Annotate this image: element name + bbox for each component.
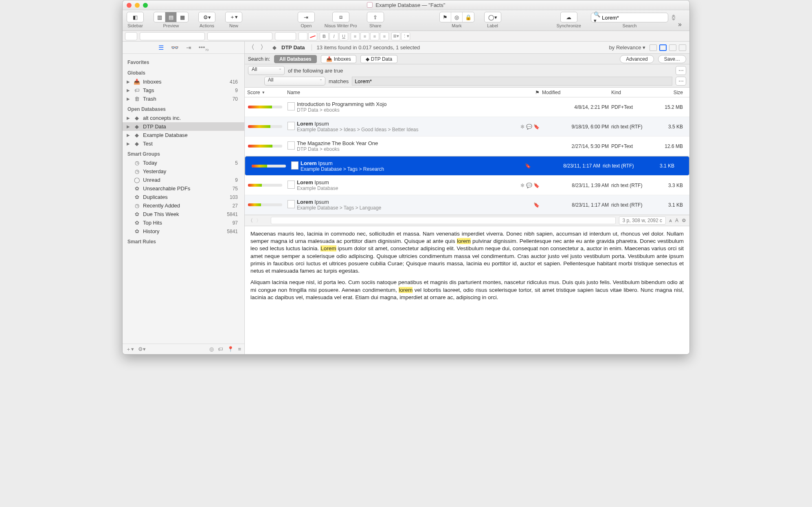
scope-all-databases[interactable]: All Databases xyxy=(274,55,317,63)
align-center-button[interactable]: ≡ xyxy=(360,32,369,40)
sidebar-item[interactable]: ▶ 🏷 Tags 9 xyxy=(123,86,244,95)
new-menu-button[interactable]: ＋▾ xyxy=(225,12,242,22)
sidebar-item[interactable]: ◷ Today 5 xyxy=(123,159,244,167)
sidebar-tab-navigate[interactable]: ☰ xyxy=(158,44,164,51)
list-style-button[interactable]: ⋮▾ xyxy=(401,32,410,40)
scope-dtp-data[interactable]: ◆DTP Data xyxy=(360,55,397,63)
location-label[interactable]: DTP Data xyxy=(281,44,305,51)
result-row[interactable]: Lorem Ipsum Example Database ✻ 💬 🔖 8/23/… xyxy=(245,176,689,195)
paragraph-style-select[interactable] xyxy=(125,32,137,40)
preview-none-button[interactable]: ▥ xyxy=(154,12,165,22)
disclosure-icon[interactable]: ▶ xyxy=(127,79,131,84)
text-larger-button[interactable]: A xyxy=(675,218,678,223)
sidebar-item[interactable]: ▶ ◆ Example Database xyxy=(123,131,244,139)
align-justify-button[interactable]: ≡ xyxy=(380,32,389,40)
col-modified[interactable]: Modified xyxy=(542,90,611,95)
advanced-button[interactable]: Advanced xyxy=(620,55,654,63)
col-size[interactable]: Size xyxy=(658,90,689,95)
preview-pane[interactable]: Maecenas mauris leo, lacinia in commodo … xyxy=(245,226,689,354)
view-icons-button[interactable] xyxy=(650,44,657,51)
underline-button[interactable]: U xyxy=(339,32,348,40)
result-row[interactable]: Lorem Ipsum Example Database > Tags > Re… xyxy=(245,156,689,176)
col-kind[interactable]: Kind xyxy=(611,90,658,95)
sidebar-item[interactable]: ✿ Unsearchable PDFs 75 xyxy=(123,184,244,193)
results-list[interactable]: Introduction to Programming with Xojo DT… xyxy=(245,97,689,215)
sidebar-item[interactable]: ▶ 🗑 Trash 70 xyxy=(123,95,244,103)
preview-path-field[interactable] xyxy=(271,217,616,224)
preview-standard-button[interactable]: ▤ xyxy=(165,12,177,22)
font-size-select[interactable] xyxy=(275,32,296,40)
toolbar-overflow-button[interactable]: » xyxy=(678,21,685,28)
sidebar-item[interactable]: ◷ Yesterday xyxy=(123,167,244,176)
sidebar-add-button[interactable]: ＋▾ xyxy=(126,346,134,353)
sidebar-tab-extras[interactable]: •••70 xyxy=(199,44,209,52)
col-name[interactable]: Name xyxy=(285,90,532,95)
align-right-button[interactable]: ≡ xyxy=(370,32,379,40)
col-score[interactable]: Score ▼ xyxy=(245,90,285,95)
preview-back-button[interactable]: 〈 xyxy=(248,217,253,224)
result-row[interactable]: The Magazine The Book Year One DTP Data … xyxy=(245,137,689,156)
disclosure-icon[interactable]: ▶ xyxy=(127,116,131,120)
sidebar-item[interactable]: ◯ Unread 9 xyxy=(123,176,244,184)
sidebar-toggle-button[interactable]: ◧ xyxy=(127,12,144,22)
preview-forward-button[interactable]: 〉 xyxy=(256,217,261,224)
font-family-select[interactable] xyxy=(140,32,205,40)
sidebar-filter-pin-icon[interactable]: 📍 xyxy=(227,346,234,352)
toolbar-search-field[interactable]: 🔍▾ ✕ xyxy=(591,13,668,22)
disclosure-icon[interactable]: ▶ xyxy=(127,88,131,93)
col-flag[interactable]: ⚑ xyxy=(532,90,542,95)
align-left-button[interactable]: ≡ xyxy=(351,32,360,40)
clear-search-button[interactable]: ✕ xyxy=(672,15,675,20)
preview-settings-button[interactable]: ⚙ xyxy=(682,218,686,223)
criteria-options-button[interactable]: ⋯ xyxy=(676,66,686,75)
toolbar-search-input[interactable] xyxy=(602,15,670,21)
sidebar-filter-target-icon[interactable]: ◎ xyxy=(209,346,214,352)
nav-back-button[interactable]: 〈 xyxy=(248,43,255,52)
criteria-field-select[interactable]: All xyxy=(264,77,325,86)
disclosure-icon[interactable]: ▶ xyxy=(127,97,131,101)
sidebar-item[interactable]: ◷ Recently Added 27 xyxy=(123,201,244,210)
disclosure-icon[interactable]: ▶ xyxy=(127,133,131,137)
sidebar-tab-import[interactable]: ⇥ xyxy=(186,44,191,51)
sidebar-action-button[interactable]: ⚙︎▾ xyxy=(138,346,146,352)
sidebar-filter-menu[interactable]: ≡ xyxy=(238,346,241,352)
sidebar-item[interactable]: ✿ Duplicates 103 xyxy=(123,193,244,201)
bold-button[interactable]: B xyxy=(320,32,329,40)
save-search-button[interactable]: Save… xyxy=(658,55,686,63)
sidebar-item[interactable]: ▶ ◆ DTP Data xyxy=(123,122,244,131)
view-cover-button[interactable] xyxy=(679,44,686,51)
highlight-color-button[interactable] xyxy=(308,32,317,40)
sidebar-filter-tag-icon[interactable]: 🏷 xyxy=(218,346,223,352)
flag-button[interactable]: ⚑ xyxy=(440,12,451,22)
sidebar-item[interactable]: ✿ Due This Week 5841 xyxy=(123,210,244,218)
italic-button[interactable]: I xyxy=(329,32,338,40)
font-style-select[interactable] xyxy=(207,32,272,40)
unread-button[interactable]: ◎ xyxy=(451,12,463,22)
text-smaller-button[interactable]: ᴀ xyxy=(669,218,672,223)
result-row[interactable]: Lorem Ipsum Example Database > Ideas > G… xyxy=(245,117,689,137)
open-button[interactable]: ⇥ xyxy=(298,12,315,22)
share-button[interactable]: ⇧ xyxy=(367,12,384,22)
criteria-scope-select[interactable]: All xyxy=(248,66,285,75)
preview-wide-button[interactable]: ▦ xyxy=(177,12,188,22)
sidebar-item[interactable]: ▶ ◆ alt concepts inc. xyxy=(123,114,244,122)
nav-forward-button[interactable]: 〉 xyxy=(260,43,268,52)
scope-inboxes[interactable]: 📥Inboxes xyxy=(321,55,356,63)
label-menu-button[interactable]: ◯▾ xyxy=(484,12,501,22)
line-spacing-button[interactable]: ≣▾ xyxy=(391,32,400,40)
sidebar-item[interactable]: ✿ Top Hits 97 xyxy=(123,218,244,227)
sync-button[interactable]: ☁︎ xyxy=(560,12,577,22)
text-color-button[interactable] xyxy=(298,32,307,40)
disclosure-icon[interactable]: ▶ xyxy=(127,141,131,146)
result-row[interactable]: Lorem Ipsum Example Database > Tags > La… xyxy=(245,195,689,215)
view-list-button[interactable] xyxy=(659,44,667,51)
sidebar-tab-reading[interactable]: 👓 xyxy=(171,44,179,51)
mark-segment[interactable]: ⚑ ◎ 🔒 xyxy=(439,12,474,22)
disclosure-icon[interactable]: ▶ xyxy=(127,124,131,129)
sort-menu[interactable]: by Relevance ▾ xyxy=(609,44,645,51)
sidebar-item[interactable]: ✿ History 5841 xyxy=(123,227,244,236)
actions-menu-button[interactable]: ⚙︎▾ xyxy=(198,12,215,22)
result-row[interactable]: Introduction to Programming with Xojo DT… xyxy=(245,97,689,117)
sidebar-item[interactable]: ▶ ◆ Test xyxy=(123,139,244,148)
criteria-value-input[interactable] xyxy=(352,77,672,86)
